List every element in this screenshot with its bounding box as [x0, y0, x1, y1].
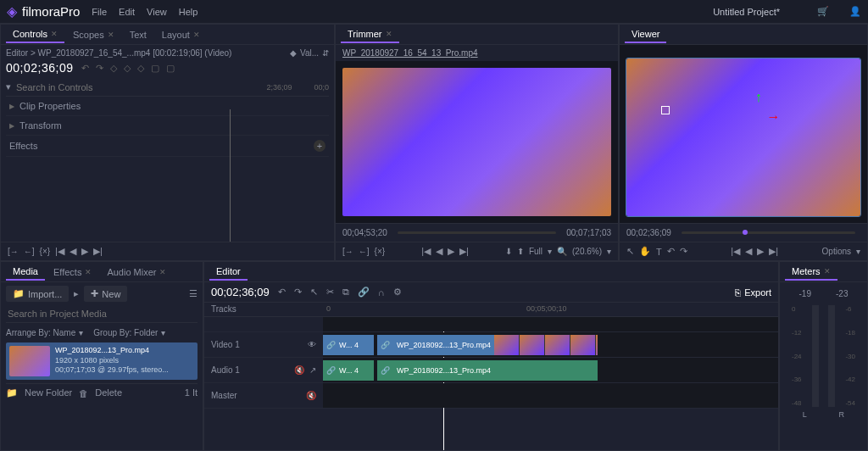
play-icon[interactable]: ▶ [81, 246, 88, 257]
menu-help[interactable]: Help [179, 7, 198, 17]
magnify-icon[interactable]: 🔍 [557, 247, 567, 256]
insert-icon[interactable]: ⬇ [505, 247, 512, 256]
in-bracket-icon[interactable]: [→ [8, 247, 19, 256]
tab-audio-mixer[interactable]: Audio Mixer✕ [100, 264, 173, 280]
skip-end-icon[interactable]: ▶| [459, 246, 469, 257]
prop-clip-properties[interactable]: ▶Clip Properties [6, 97, 329, 116]
tab-media[interactable]: Media [6, 264, 45, 281]
editor-timecode[interactable]: 00;02;36;09 [211, 286, 270, 298]
x-axis-arrow-icon[interactable]: → [767, 109, 781, 125]
arrange-by-dropdown[interactable]: Arrange By: Name [6, 328, 75, 337]
clear-bracket-icon[interactable]: {×} [40, 247, 51, 256]
chevron-down-icon[interactable]: ▾ [548, 247, 552, 256]
close-icon[interactable]: ✕ [108, 31, 114, 39]
tab-scopes[interactable]: Scopes✕ [66, 27, 121, 42]
tab-viewer[interactable]: Viewer [625, 26, 666, 43]
tab-controls[interactable]: Controls✕ [6, 26, 64, 43]
scrub-bar[interactable] [682, 231, 855, 234]
audio-clip-2[interactable]: 🔗WP_2018092...13_Pro.mp4 [377, 360, 598, 381]
prop-effects[interactable]: Effects+ [6, 136, 329, 157]
snap-icon[interactable]: ⧉ [342, 287, 349, 298]
tab-layout[interactable]: Layout✕ [155, 27, 207, 42]
trimmer-preview[interactable] [336, 61, 618, 223]
controls-timecode[interactable]: 00;02;36;09 [6, 61, 73, 75]
diamond-icon[interactable]: ◇ [110, 63, 117, 74]
chevron-down-icon[interactable]: ▾ [79, 328, 83, 337]
undo-icon[interactable]: ↶ [667, 246, 675, 257]
square-icon[interactable]: ▢ [151, 63, 159, 74]
in-bracket-icon[interactable]: [→ [342, 247, 353, 256]
magnet-icon[interactable]: ∩ [378, 287, 385, 298]
overwrite-icon[interactable]: ⬆ [517, 247, 524, 256]
menu-edit[interactable]: Edit [119, 7, 135, 17]
new-button[interactable]: ✚New [84, 286, 127, 302]
chevron-right-icon[interactable]: ▸ [74, 288, 79, 299]
play-icon[interactable]: ▶ [448, 246, 454, 257]
group-by-dropdown[interactable]: Group By: Folder [93, 328, 158, 337]
play-icon[interactable]: ▶ [757, 246, 764, 257]
playhead-line[interactable] [230, 109, 231, 242]
keyframe-icon[interactable]: ◆ [290, 48, 297, 58]
chevron-down-icon[interactable]: ▾ [607, 247, 611, 256]
menu-view[interactable]: View [147, 7, 167, 17]
new-folder-button[interactable]: New Folder [25, 387, 72, 398]
razor-tool-icon[interactable]: ✂ [326, 287, 334, 298]
tab-editor[interactable]: Editor [209, 264, 248, 281]
pointer-icon[interactable]: ↖ [626, 246, 634, 257]
viewer-preview[interactable]: ↑ → [620, 45, 867, 223]
undo-icon[interactable]: ↶ [81, 63, 89, 74]
prev-frame-icon[interactable]: ◀ [436, 246, 442, 257]
skip-start-icon[interactable]: |◀ [421, 246, 431, 257]
out-bracket-icon[interactable]: ←] [359, 247, 370, 256]
clear-bracket-icon[interactable]: {×} [375, 247, 386, 256]
menu-file[interactable]: File [92, 7, 107, 17]
video-clip-1[interactable]: 🔗W... 4 [323, 335, 374, 355]
skip-start-icon[interactable]: |◀ [55, 246, 64, 257]
trimmer-tc-left[interactable]: 00;04;53;20 [342, 228, 387, 237]
video-clip-2[interactable]: 🔗WP_2018092...13_Pro.mp4 [377, 335, 598, 355]
trimmer-filename[interactable]: WP_20180927_16_54_13_Pro.mp4 [336, 45, 618, 61]
chevron-down-icon[interactable]: ▾ [856, 247, 860, 256]
controls-search-input[interactable] [16, 82, 261, 92]
plus-icon[interactable]: + [314, 140, 326, 152]
filter-icon[interactable]: ▾ [6, 81, 11, 92]
pointer-tool-icon[interactable]: ↖ [310, 287, 318, 298]
tab-effects[interactable]: Effects✕ [47, 264, 98, 280]
close-icon[interactable]: ✕ [824, 267, 831, 276]
timeline-ruler[interactable]: 0 00;05;00;10 [323, 303, 778, 316]
sliders-icon[interactable]: ⇵ [322, 48, 329, 58]
diamond-icon[interactable]: ◇ [137, 63, 144, 74]
link-icon[interactable]: 🔗 [358, 287, 370, 298]
eye-icon[interactable]: 👁 [308, 340, 316, 349]
skip-end-icon[interactable]: ▶| [769, 246, 778, 257]
media-search-input[interactable] [6, 305, 198, 323]
export-button[interactable]: ⎘Export [735, 287, 771, 298]
skip-start-icon[interactable]: |◀ [731, 246, 740, 257]
zoom-label[interactable]: Full [529, 247, 542, 256]
redo-icon[interactable]: ↷ [680, 246, 687, 257]
close-icon[interactable]: ✕ [159, 268, 166, 276]
tab-trimmer[interactable]: Trimmer✕ [341, 26, 399, 43]
chevron-down-icon[interactable]: ▾ [161, 328, 165, 337]
close-icon[interactable]: ✕ [386, 30, 392, 38]
close-icon[interactable]: ✕ [85, 268, 92, 276]
tab-meters[interactable]: Meters✕ [785, 264, 837, 281]
scrub-bar[interactable] [398, 231, 556, 234]
prev-frame-icon[interactable]: ◀ [70, 246, 76, 257]
zoom-pct[interactable]: (20.6%) [572, 247, 602, 256]
options-dropdown[interactable]: Options [822, 247, 851, 256]
solo-icon[interactable]: ↗ [309, 365, 316, 375]
audio-track-header[interactable]: Audio 1🔇↗ [204, 358, 323, 382]
import-button[interactable]: 📁Import... [6, 286, 69, 302]
cart-icon[interactable]: 🛒 [817, 6, 829, 17]
redo-icon[interactable]: ↷ [294, 287, 302, 298]
viewer-timecode[interactable]: 00;02;36;09 [626, 228, 671, 237]
y-axis-arrow-icon[interactable]: ↑ [755, 90, 762, 105]
close-icon[interactable]: ✕ [51, 30, 58, 38]
selection-handle[interactable] [661, 106, 670, 114]
undo-icon[interactable]: ↶ [278, 287, 286, 298]
mute-icon[interactable]: 🔇 [294, 365, 304, 375]
user-icon[interactable]: 👤 [849, 6, 861, 17]
trimmer-tc-right[interactable]: 00;07;17;03 [566, 228, 611, 237]
skip-end-icon[interactable]: ▶| [93, 246, 103, 257]
